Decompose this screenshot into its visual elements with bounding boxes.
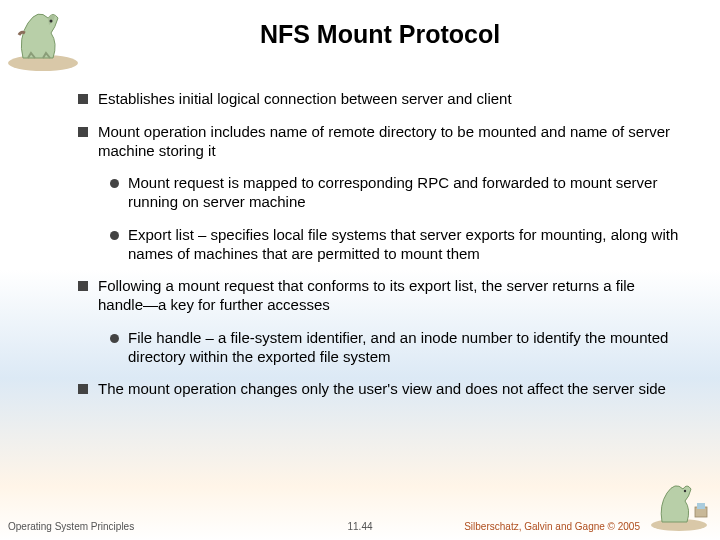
bullet-item: The mount operation changes only the use… <box>70 380 680 399</box>
slide-footer: Operating System Principles 11.44 Silber… <box>0 512 720 532</box>
bullet-item: Mount operation includes name of remote … <box>70 123 680 161</box>
svg-rect-5 <box>697 503 705 509</box>
footer-page-number: 11.44 <box>347 521 372 532</box>
bullet-item: Following a mount request that conforms … <box>70 277 680 315</box>
bullet-item: Establishes initial logical connection b… <box>70 90 680 109</box>
footer-book-title: Operating System Principles <box>8 521 134 532</box>
sub-bullet-item: Export list – specifies local file syste… <box>70 226 680 264</box>
svg-point-3 <box>684 490 686 492</box>
svg-point-1 <box>50 20 53 23</box>
footer-copyright: Silberschatz, Galvin and Gagne © 2005 <box>464 521 640 532</box>
dinosaur-logo-top <box>3 3 83 73</box>
slide-title: NFS Mount Protocol <box>40 0 720 49</box>
sub-bullet-item: File handle – a file-system identifier, … <box>70 329 680 367</box>
slide-content: Establishes initial logical connection b… <box>70 90 680 413</box>
sub-bullet-item: Mount request is mapped to corresponding… <box>70 174 680 212</box>
